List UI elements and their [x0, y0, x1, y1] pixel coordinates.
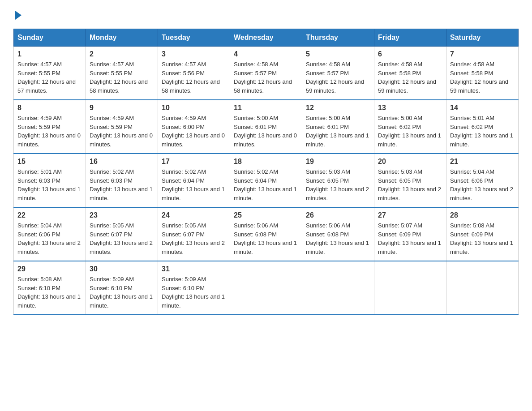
- logo: [13, 9, 21, 20]
- day-cell: 20Sunrise: 5:03 AMSunset: 6:05 PMDayligh…: [374, 154, 446, 207]
- day-number: 17: [162, 158, 226, 166]
- day-cell: 13Sunrise: 5:00 AMSunset: 6:02 PMDayligh…: [374, 100, 446, 154]
- header-cell-saturday: Saturday: [446, 29, 519, 47]
- header-cell-thursday: Thursday: [302, 29, 374, 47]
- calendar-table: SundayMondayTuesdayWednesdayThursdayFrid…: [13, 29, 519, 315]
- day-number: 31: [162, 265, 226, 273]
- day-cell: 9Sunrise: 4:59 AMSunset: 5:59 PMDaylight…: [86, 100, 158, 154]
- day-info: Sunrise: 5:03 AMSunset: 6:05 PMDaylight:…: [306, 167, 370, 202]
- day-number: 8: [17, 104, 82, 112]
- day-cell: 21Sunrise: 5:04 AMSunset: 6:06 PMDayligh…: [446, 154, 519, 207]
- day-cell: 6Sunrise: 4:58 AMSunset: 5:58 PMDaylight…: [374, 47, 446, 100]
- day-number: 20: [378, 158, 442, 166]
- day-number: 1: [17, 50, 82, 58]
- day-info: Sunrise: 4:57 AMSunset: 5:55 PMDaylight:…: [90, 60, 154, 95]
- day-info: Sunrise: 5:04 AMSunset: 6:06 PMDaylight:…: [450, 167, 515, 202]
- calendar-body: 1Sunrise: 4:57 AMSunset: 5:55 PMDaylight…: [14, 47, 519, 315]
- day-number: 27: [378, 211, 442, 219]
- day-info: Sunrise: 5:06 AMSunset: 6:08 PMDaylight:…: [234, 221, 298, 256]
- week-row-5: 29Sunrise: 5:08 AMSunset: 6:10 PMDayligh…: [14, 261, 519, 315]
- day-number: 16: [90, 158, 154, 166]
- day-cell: 22Sunrise: 5:04 AMSunset: 6:06 PMDayligh…: [14, 207, 86, 261]
- day-info: Sunrise: 5:07 AMSunset: 6:09 PMDaylight:…: [378, 221, 442, 256]
- day-info: Sunrise: 4:59 AMSunset: 5:59 PMDaylight:…: [90, 114, 154, 149]
- header-cell-monday: Monday: [86, 29, 158, 47]
- week-row-4: 22Sunrise: 5:04 AMSunset: 6:06 PMDayligh…: [14, 207, 519, 261]
- day-cell: 1Sunrise: 4:57 AMSunset: 5:55 PMDaylight…: [14, 47, 86, 100]
- day-number: 10: [162, 104, 226, 112]
- day-cell: 4Sunrise: 4:58 AMSunset: 5:57 PMDaylight…: [230, 47, 302, 100]
- day-info: Sunrise: 5:02 AMSunset: 6:04 PMDaylight:…: [162, 167, 226, 202]
- day-info: Sunrise: 5:09 AMSunset: 6:10 PMDaylight:…: [90, 275, 154, 310]
- day-info: Sunrise: 5:05 AMSunset: 6:07 PMDaylight:…: [90, 221, 154, 256]
- day-number: 2: [90, 50, 154, 58]
- day-number: 9: [90, 104, 154, 112]
- day-cell: 18Sunrise: 5:02 AMSunset: 6:04 PMDayligh…: [230, 154, 302, 207]
- day-number: 5: [306, 50, 370, 58]
- day-info: Sunrise: 5:02 AMSunset: 6:03 PMDaylight:…: [90, 167, 154, 202]
- day-cell: 31Sunrise: 5:09 AMSunset: 6:10 PMDayligh…: [158, 261, 230, 315]
- day-info: Sunrise: 4:58 AMSunset: 5:58 PMDaylight:…: [378, 60, 442, 95]
- page-header: [13, 9, 519, 20]
- day-info: Sunrise: 5:00 AMSunset: 6:02 PMDaylight:…: [378, 114, 442, 149]
- day-info: Sunrise: 5:04 AMSunset: 6:06 PMDaylight:…: [17, 221, 82, 256]
- day-number: 13: [378, 104, 442, 112]
- day-number: 29: [17, 265, 82, 273]
- day-cell: [446, 261, 519, 315]
- header-row: SundayMondayTuesdayWednesdayThursdayFrid…: [14, 29, 519, 47]
- day-cell: 17Sunrise: 5:02 AMSunset: 6:04 PMDayligh…: [158, 154, 230, 207]
- day-cell: 24Sunrise: 5:05 AMSunset: 6:07 PMDayligh…: [158, 207, 230, 261]
- day-number: 6: [378, 50, 442, 58]
- logo-arrow-icon: [15, 11, 21, 20]
- week-row-1: 1Sunrise: 4:57 AMSunset: 5:55 PMDaylight…: [14, 47, 519, 100]
- header-cell-tuesday: Tuesday: [158, 29, 230, 47]
- day-cell: 10Sunrise: 4:59 AMSunset: 6:00 PMDayligh…: [158, 100, 230, 154]
- header-cell-sunday: Sunday: [14, 29, 86, 47]
- calendar-header: SundayMondayTuesdayWednesdayThursdayFrid…: [14, 29, 519, 47]
- day-info: Sunrise: 5:09 AMSunset: 6:10 PMDaylight:…: [162, 275, 226, 310]
- day-cell: 26Sunrise: 5:06 AMSunset: 6:08 PMDayligh…: [302, 207, 374, 261]
- day-cell: 12Sunrise: 5:00 AMSunset: 6:01 PMDayligh…: [302, 100, 374, 154]
- day-cell: 28Sunrise: 5:08 AMSunset: 6:09 PMDayligh…: [446, 207, 519, 261]
- day-info: Sunrise: 5:01 AMSunset: 6:02 PMDaylight:…: [450, 114, 515, 149]
- day-cell: 2Sunrise: 4:57 AMSunset: 5:55 PMDaylight…: [86, 47, 158, 100]
- day-cell: 19Sunrise: 5:03 AMSunset: 6:05 PMDayligh…: [302, 154, 374, 207]
- day-number: 12: [306, 104, 370, 112]
- day-number: 30: [90, 265, 154, 273]
- header-cell-friday: Friday: [374, 29, 446, 47]
- day-number: 14: [450, 104, 515, 112]
- day-number: 3: [162, 50, 226, 58]
- day-number: 4: [234, 50, 298, 58]
- day-cell: 3Sunrise: 4:57 AMSunset: 5:56 PMDaylight…: [158, 47, 230, 100]
- day-info: Sunrise: 5:05 AMSunset: 6:07 PMDaylight:…: [162, 221, 226, 256]
- day-cell: [302, 261, 374, 315]
- day-number: 7: [450, 50, 515, 58]
- day-number: 22: [17, 211, 82, 219]
- day-number: 24: [162, 211, 226, 219]
- day-cell: 14Sunrise: 5:01 AMSunset: 6:02 PMDayligh…: [446, 100, 519, 154]
- day-info: Sunrise: 5:08 AMSunset: 6:10 PMDaylight:…: [17, 275, 82, 310]
- day-cell: 15Sunrise: 5:01 AMSunset: 6:03 PMDayligh…: [14, 154, 86, 207]
- day-cell: [374, 261, 446, 315]
- day-number: 21: [450, 158, 515, 166]
- day-info: Sunrise: 5:00 AMSunset: 6:01 PMDaylight:…: [306, 114, 370, 149]
- day-cell: 5Sunrise: 4:58 AMSunset: 5:57 PMDaylight…: [302, 47, 374, 100]
- day-number: 25: [234, 211, 298, 219]
- day-info: Sunrise: 5:06 AMSunset: 6:08 PMDaylight:…: [306, 221, 370, 256]
- day-info: Sunrise: 4:58 AMSunset: 5:57 PMDaylight:…: [234, 60, 298, 95]
- day-cell: 25Sunrise: 5:06 AMSunset: 6:08 PMDayligh…: [230, 207, 302, 261]
- day-info: Sunrise: 4:58 AMSunset: 5:57 PMDaylight:…: [306, 60, 370, 95]
- day-cell: 30Sunrise: 5:09 AMSunset: 6:10 PMDayligh…: [86, 261, 158, 315]
- day-cell: 27Sunrise: 5:07 AMSunset: 6:09 PMDayligh…: [374, 207, 446, 261]
- day-cell: [230, 261, 302, 315]
- day-cell: 8Sunrise: 4:59 AMSunset: 5:59 PMDaylight…: [14, 100, 86, 154]
- week-row-3: 15Sunrise: 5:01 AMSunset: 6:03 PMDayligh…: [14, 154, 519, 207]
- day-info: Sunrise: 5:00 AMSunset: 6:01 PMDaylight:…: [234, 114, 298, 149]
- day-number: 15: [17, 158, 82, 166]
- day-number: 28: [450, 211, 515, 219]
- day-info: Sunrise: 4:57 AMSunset: 5:56 PMDaylight:…: [162, 60, 226, 95]
- day-info: Sunrise: 4:57 AMSunset: 5:55 PMDaylight:…: [17, 60, 82, 95]
- day-cell: 16Sunrise: 5:02 AMSunset: 6:03 PMDayligh…: [86, 154, 158, 207]
- day-number: 11: [234, 104, 298, 112]
- day-info: Sunrise: 5:02 AMSunset: 6:04 PMDaylight:…: [234, 167, 298, 202]
